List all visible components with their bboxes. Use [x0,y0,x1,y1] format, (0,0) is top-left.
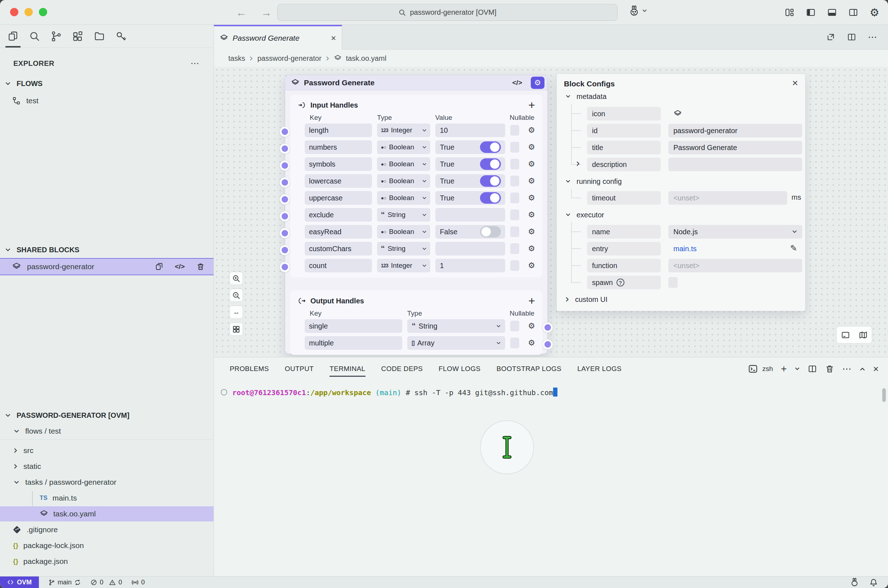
breadcrumb-password-generator[interactable]: password-generator [257,54,322,63]
field-label-title[interactable]: Password Generatetitle [587,141,661,154]
add-input-handle-button[interactable]: + [528,99,535,111]
zoom-out-button[interactable] [229,289,243,302]
tree-folder-flows-test[interactable]: flows / test [0,423,213,439]
flow-item-test[interactable]: test [0,93,213,108]
boolean-toggle[interactable] [480,226,501,237]
close-window-button[interactable] [10,8,18,16]
breadcrumb-task-oo-yaml[interactable]: task.oo.yaml [346,54,386,63]
type-select[interactable]: “String [377,208,430,222]
copy-icon[interactable] [155,262,164,271]
tab-output[interactable]: OUTPUT [285,357,314,380]
row-gear-icon[interactable]: ⚙ [528,210,535,219]
back-button[interactable]: ← [236,6,247,19]
open-preview-icon[interactable] [826,32,835,42]
new-terminal-button[interactable]: + [781,363,786,375]
ports-indicator[interactable]: 0 [131,579,145,586]
search-activity-icon[interactable] [28,30,41,43]
value-field[interactable]: True [435,140,505,154]
type-select[interactable]: []Array [407,336,505,350]
toggle-left-sidebar-icon[interactable] [806,8,816,17]
section-flows[interactable]: FLOWS [0,76,213,91]
icon-value[interactable] [668,107,802,120]
key-field[interactable]: symbols [305,157,372,171]
input-port[interactable] [279,160,290,171]
tab-layer-logs[interactable]: LAYER LOGS [577,357,622,380]
key-field[interactable]: count [305,259,372,272]
tab-code-deps[interactable]: CODE DEPS [381,357,423,380]
chevron-right-icon[interactable] [576,161,580,166]
nullable-checkbox[interactable] [510,176,520,186]
key-field[interactable]: customChars [305,242,372,255]
minimize-window-button[interactable] [24,8,33,16]
config-group-running[interactable]: running config [557,174,805,188]
close-configs-icon[interactable]: × [792,77,798,89]
output-port[interactable] [542,339,553,350]
field-label-timeout[interactable]: timeout [587,191,661,205]
type-select[interactable]: ●○Boolean [377,157,430,171]
nullable-checkbox[interactable] [510,159,520,170]
timeout-value-field[interactable]: <unset> [668,191,787,205]
bell-icon[interactable] [869,578,878,586]
field-label-name[interactable]: name [587,225,661,238]
mascot-icon[interactable] [850,578,859,587]
type-select[interactable]: ●○Boolean [377,225,430,238]
key-activity-icon[interactable] [114,30,128,43]
block-node-card[interactable]: Password Generate </> ⚙ Input Handles + … [285,75,548,354]
boolean-toggle[interactable] [480,175,501,187]
row-gear-icon[interactable]: ⚙ [528,176,535,186]
row-gear-icon[interactable]: ⚙ [528,321,535,331]
chevron-up-icon[interactable] [859,367,865,371]
terminal-content[interactable]: root@7612361570c1:/app/workspace (main) … [214,380,888,397]
key-field[interactable]: exclude [305,208,372,222]
tab-bootstrap-logs[interactable]: BOOTSTRAP LOGS [497,357,562,380]
tab-close-icon[interactable]: × [331,33,336,43]
nullable-checkbox[interactable] [510,142,520,153]
forward-button[interactable]: → [261,6,272,19]
type-select[interactable]: ●○Boolean [377,140,430,154]
kill-terminal-icon[interactable] [825,364,834,374]
shared-block-password-generator[interactable]: password-generator </> [0,258,213,275]
value-field[interactable]: 10 [435,123,505,137]
command-center-search[interactable]: password-generator [OVM] [277,4,618,21]
add-output-handle-button[interactable]: + [528,295,535,307]
nullable-checkbox[interactable] [510,209,520,220]
tree-file-main-ts[interactable]: TS main.ts [0,490,213,506]
nullable-checkbox[interactable] [510,243,520,254]
tree-file-package-lock-json[interactable]: {} package-lock.json [0,538,213,553]
nullable-checkbox[interactable] [510,260,520,271]
tree-file-gitignore[interactable]: .gitignore [0,522,213,537]
value-field[interactable]: False [435,225,505,238]
row-gear-icon[interactable]: ⚙ [528,227,535,236]
tree-file-task-oo-yaml[interactable]: task.oo.yaml [0,506,213,521]
input-port[interactable] [279,143,290,154]
fit-view-button[interactable]: ↔ [229,306,243,319]
toggle-right-sidebar-icon[interactable] [848,8,858,17]
input-port[interactable] [279,262,290,272]
key-field[interactable]: lowercase [305,174,372,188]
config-group-executor[interactable]: executor [557,208,805,222]
entry-value[interactable]: main.ts [668,242,802,255]
boolean-toggle[interactable] [480,158,501,170]
layout-button[interactable] [229,322,243,336]
explorer-activity-icon[interactable] [6,30,20,43]
value-field[interactable]: True [435,157,505,171]
input-port[interactable] [279,228,290,238]
tab-terminal[interactable]: TERMINAL [329,357,365,380]
blocks-activity-icon[interactable] [71,30,84,43]
section-workspace[interactable]: PASSWORD-GENERATOR [OVM] [0,408,213,423]
executor-name-select[interactable]: Node.js [668,225,802,238]
type-select[interactable]: ●○Boolean [377,191,430,205]
chevron-down-icon[interactable] [795,367,800,370]
type-select[interactable]: “String [407,319,505,333]
boolean-toggle[interactable] [480,192,501,204]
config-group-custom-ui[interactable]: custom UI [557,292,805,306]
tree-folder-tasks-password-generator[interactable]: tasks / password-generator [0,475,213,490]
breadcrumb-tasks[interactable]: tasks [228,54,245,63]
split-editor-icon[interactable] [847,32,856,42]
tab-flow-logs[interactable]: FLOW LOGS [439,357,481,380]
tree-folder-static[interactable]: static [0,459,213,474]
split-terminal-icon[interactable] [808,364,817,374]
panel-more-icon[interactable]: ⋯ [842,363,852,375]
key-field[interactable]: multiple [305,336,402,350]
row-gear-icon[interactable]: ⚙ [528,142,535,152]
